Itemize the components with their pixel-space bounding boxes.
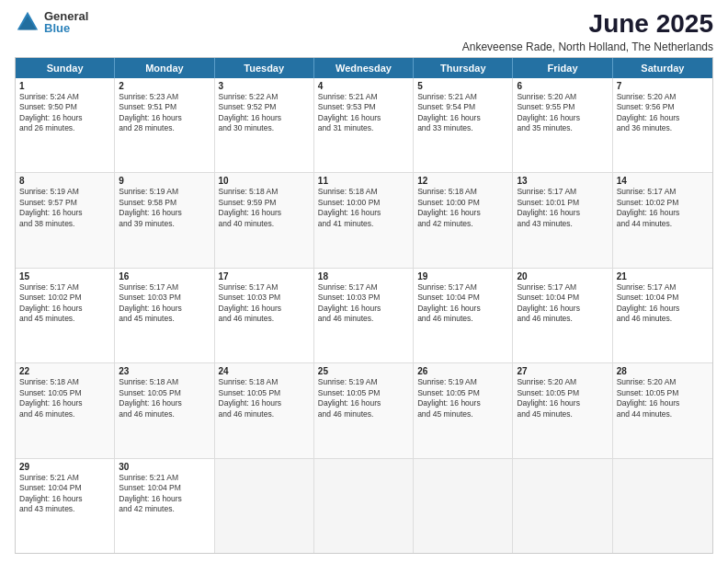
cell-line: Sunset: 10:05 PM — [119, 388, 210, 398]
calendar-title: June 2025 — [462, 9, 713, 39]
cell-line: Daylight: 16 hours — [417, 304, 508, 314]
cell-line: Daylight: 16 hours — [19, 113, 110, 123]
calendar-cell-1: 1Sunrise: 5:24 AMSunset: 9:50 PMDaylight… — [16, 78, 115, 172]
day-number: 6 — [517, 81, 608, 91]
cell-line: and 35 minutes. — [517, 123, 608, 133]
calendar-row-2: 8Sunrise: 5:19 AMSunset: 9:57 PMDaylight… — [16, 173, 712, 268]
cell-line: Sunrise: 5:17 AM — [517, 187, 608, 197]
cell-line: Sunrise: 5:17 AM — [219, 282, 310, 293]
logo: General Blue — [15, 9, 88, 35]
title-block: June 2025 Ankeveense Rade, North Holland… — [462, 9, 713, 53]
cell-line: Daylight: 16 hours — [617, 304, 709, 314]
calendar-cell-9: 9Sunrise: 5:19 AMSunset: 9:58 PMDaylight… — [115, 173, 214, 267]
calendar-cell-29: 29Sunrise: 5:21 AMSunset: 10:04 PMDaylig… — [16, 459, 115, 553]
day-number: 27 — [517, 366, 608, 376]
cell-line: Daylight: 16 hours — [517, 304, 608, 314]
cell-line: Sunset: 10:04 PM — [617, 293, 709, 303]
header-day-saturday: Saturday — [613, 58, 712, 78]
cell-line: Sunset: 10:00 PM — [318, 198, 409, 208]
day-number: 3 — [219, 81, 310, 91]
calendar-row-3: 15Sunrise: 5:17 AMSunset: 10:02 PMDaylig… — [16, 269, 712, 363]
cell-line: Sunrise: 5:18 AM — [119, 377, 210, 387]
calendar-cell-28: 28Sunrise: 5:20 AMSunset: 10:05 PMDaylig… — [613, 363, 712, 457]
cell-line: Sunrise: 5:20 AM — [517, 92, 608, 102]
cell-line: Sunset: 9:54 PM — [417, 102, 508, 112]
cell-line: Sunset: 9:59 PM — [219, 198, 310, 208]
cell-line: and 46 minutes. — [19, 409, 110, 419]
cell-line: Sunset: 10:04 PM — [119, 483, 210, 493]
day-number: 10 — [219, 176, 310, 186]
cell-line: Sunset: 9:56 PM — [617, 102, 709, 112]
cell-line: Sunrise: 5:21 AM — [318, 92, 409, 102]
cell-line: and 45 minutes. — [19, 314, 110, 324]
day-number: 5 — [417, 81, 508, 91]
calendar-cell-empty-6 — [613, 459, 712, 553]
cell-line: and 45 minutes. — [517, 409, 608, 419]
calendar-cell-20: 20Sunrise: 5:17 AMSunset: 10:04 PMDaylig… — [513, 269, 612, 362]
cell-line: and 46 minutes. — [318, 409, 409, 419]
day-number: 26 — [417, 366, 508, 376]
cell-line: Sunrise: 5:17 AM — [318, 282, 409, 293]
cell-line: Daylight: 16 hours — [219, 398, 310, 408]
calendar-cell-18: 18Sunrise: 5:17 AMSunset: 10:03 PMDaylig… — [314, 269, 414, 362]
calendar-cell-19: 19Sunrise: 5:17 AMSunset: 10:04 PMDaylig… — [414, 269, 513, 362]
header-day-tuesday: Tuesday — [215, 58, 314, 78]
cell-line: Sunset: 10:04 PM — [417, 293, 508, 303]
cell-line: Sunrise: 5:19 AM — [19, 187, 110, 197]
cell-line: Sunset: 10:01 PM — [517, 198, 608, 208]
day-number: 7 — [617, 81, 709, 91]
cell-line: Daylight: 16 hours — [318, 113, 409, 123]
cell-line: Daylight: 16 hours — [119, 398, 210, 408]
cell-line: Sunset: 9:50 PM — [19, 102, 110, 112]
calendar-subtitle: Ankeveense Rade, North Holland, The Neth… — [462, 40, 713, 53]
cell-line: Sunrise: 5:17 AM — [19, 282, 110, 293]
day-number: 21 — [617, 271, 709, 282]
calendar-header: SundayMondayTuesdayWednesdayThursdayFrid… — [16, 58, 712, 78]
header-day-monday: Monday — [115, 58, 214, 78]
calendar-cell-24: 24Sunrise: 5:18 AMSunset: 10:05 PMDaylig… — [215, 363, 314, 457]
cell-line: Sunset: 10:04 PM — [19, 483, 110, 493]
cell-line: Sunrise: 5:17 AM — [517, 282, 608, 293]
day-number: 28 — [617, 366, 709, 376]
calendar-cell-empty-2 — [215, 459, 314, 553]
calendar: SundayMondayTuesdayWednesdayThursdayFrid… — [15, 57, 713, 554]
day-number: 9 — [119, 176, 210, 186]
day-number: 11 — [318, 176, 409, 186]
header-day-wednesday: Wednesday — [314, 58, 414, 78]
cell-line: Sunset: 10:03 PM — [318, 293, 409, 303]
cell-line: Daylight: 16 hours — [318, 398, 409, 408]
cell-line: Sunrise: 5:21 AM — [19, 473, 110, 483]
day-number: 30 — [119, 462, 210, 472]
cell-line: and 45 minutes. — [417, 409, 508, 419]
cell-line: Sunset: 9:51 PM — [119, 102, 210, 112]
calendar-cell-27: 27Sunrise: 5:20 AMSunset: 10:05 PMDaylig… — [513, 363, 612, 457]
calendar-cell-4: 4Sunrise: 5:21 AMSunset: 9:53 PMDaylight… — [314, 78, 414, 172]
calendar-row-4: 22Sunrise: 5:18 AMSunset: 10:05 PMDaylig… — [16, 363, 712, 458]
cell-line: Daylight: 16 hours — [417, 208, 508, 218]
day-number: 22 — [19, 366, 110, 376]
cell-line: Daylight: 16 hours — [19, 494, 110, 504]
day-number: 8 — [19, 176, 110, 186]
calendar-cell-15: 15Sunrise: 5:17 AMSunset: 10:02 PMDaylig… — [16, 269, 115, 362]
cell-line: Sunrise: 5:20 AM — [617, 92, 709, 102]
cell-line: Sunset: 10:04 PM — [517, 293, 608, 303]
cell-line: Sunset: 9:55 PM — [517, 102, 608, 112]
day-number: 17 — [219, 271, 310, 282]
calendar-cell-12: 12Sunrise: 5:18 AMSunset: 10:00 PMDaylig… — [414, 173, 513, 267]
day-number: 20 — [517, 271, 608, 282]
cell-line: Daylight: 16 hours — [617, 113, 709, 123]
calendar-cell-23: 23Sunrise: 5:18 AMSunset: 10:05 PMDaylig… — [115, 363, 214, 457]
cell-line: and 26 minutes. — [19, 123, 110, 133]
calendar-cell-8: 8Sunrise: 5:19 AMSunset: 9:57 PMDaylight… — [16, 173, 115, 267]
header-day-sunday: Sunday — [16, 58, 115, 78]
cell-line: Sunrise: 5:21 AM — [119, 473, 210, 483]
cell-line: Sunrise: 5:20 AM — [517, 377, 608, 387]
cell-line: Sunrise: 5:19 AM — [119, 187, 210, 197]
cell-line: Sunrise: 5:18 AM — [318, 187, 409, 197]
calendar-cell-21: 21Sunrise: 5:17 AMSunset: 10:04 PMDaylig… — [613, 269, 712, 362]
day-number: 29 — [19, 462, 110, 472]
cell-line: Daylight: 16 hours — [119, 113, 210, 123]
cell-line: Sunset: 10:03 PM — [219, 293, 310, 303]
cell-line: and 45 minutes. — [119, 314, 210, 324]
cell-line: Sunset: 10:05 PM — [219, 388, 310, 398]
